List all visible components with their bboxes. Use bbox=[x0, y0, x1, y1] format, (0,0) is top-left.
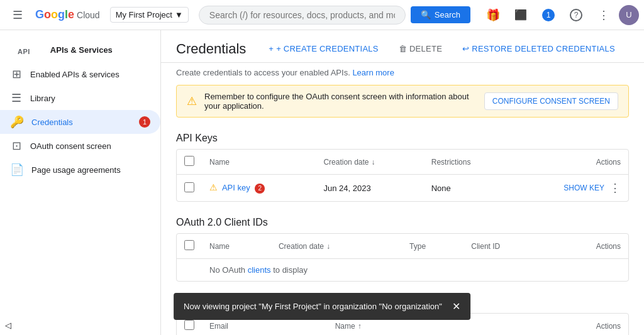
api-keys-section: API Keys Name Cre bbox=[161, 128, 644, 202]
project-selector[interactable]: My First Project ▼ bbox=[110, 7, 189, 23]
avatar[interactable]: U bbox=[619, 5, 639, 25]
sa-select-all-checkbox[interactable] bbox=[184, 320, 194, 330]
sa-col-actions: Actions bbox=[481, 314, 628, 335]
api-keys-col-restrictions: Restrictions bbox=[424, 150, 512, 175]
gift-icon-button[interactable]: 🎁 bbox=[480, 3, 506, 28]
project-name: My First Project bbox=[116, 10, 172, 19]
sidebar-item-label-library: Library bbox=[30, 94, 55, 103]
delete-button[interactable]: 🗑 DELETE bbox=[391, 40, 450, 57]
api-keys-title: API Keys bbox=[161, 128, 644, 149]
logo-cloud-text: Cloud bbox=[77, 10, 100, 20]
delete-icon: 🗑 bbox=[399, 44, 407, 53]
layout: API APIs & Services ⊞ Enabled APIs & ser… bbox=[0, 30, 644, 335]
oauth-no-items-row: No OAuth clients to display bbox=[177, 259, 628, 282]
oauth-clients-header-row: Name Creation date ↓ Type bbox=[177, 234, 628, 259]
oauth-no-items-cell: No OAuth clients to display bbox=[202, 259, 628, 282]
oauth-clients-table-wrap: Name Creation date ↓ Type bbox=[176, 233, 629, 282]
oauth-clients-section: OAuth 2.0 Client IDs Name bbox=[161, 212, 644, 282]
sidebar-item-label-page-usage: Page usage agreements bbox=[31, 165, 121, 175]
sidebar-item-page-usage[interactable]: 📄 Page usage agreements bbox=[0, 158, 160, 182]
oauth-col-client-id: Client ID bbox=[464, 234, 550, 259]
banner-warning-icon: ⚠ bbox=[187, 94, 197, 108]
snackbar: Now viewing project "My First Project" i… bbox=[174, 293, 470, 320]
api-key-actions: SHOW KEY ⋮ bbox=[519, 181, 621, 195]
notification-button[interactable]: 1 bbox=[536, 3, 561, 28]
hamburger-menu-button[interactable]: ☰ bbox=[5, 3, 30, 28]
oauth-select-all-checkbox[interactable] bbox=[184, 240, 194, 250]
sidebar-item-credentials[interactable]: 🔑 Credentials 1 bbox=[0, 110, 160, 134]
collapse-icon: ◁ bbox=[5, 321, 11, 330]
library-icon: ☰ bbox=[10, 91, 23, 105]
search-icon: 🔍 bbox=[421, 10, 431, 19]
info-banner: ⚠ Remember to configure the OAuth consen… bbox=[176, 85, 629, 118]
search-label: Search bbox=[435, 10, 460, 19]
api-keys-col-name: Name bbox=[202, 150, 316, 175]
help-button[interactable]: ? bbox=[564, 3, 589, 28]
api-keys-table: Name Creation date ↓ Restrictions bbox=[177, 150, 628, 201]
api-key-warning-icon: ⚠ bbox=[209, 182, 218, 192]
sidebar-item-label-oauth-consent: OAuth consent screen bbox=[30, 141, 111, 151]
api-key-link[interactable]: API key bbox=[222, 183, 250, 192]
sidebar-section-title: APIs & Services bbox=[40, 40, 123, 60]
api-keys-header-checkbox bbox=[177, 150, 202, 175]
topbar-right: 🎁 ⬛ 1 ? ⋮ U bbox=[480, 3, 639, 28]
search-button[interactable]: 🔍 Search bbox=[411, 6, 470, 23]
oauth-col-name: Name bbox=[202, 234, 271, 259]
snackbar-close-button[interactable]: ✕ bbox=[452, 300, 460, 312]
hamburger-icon: ☰ bbox=[13, 8, 23, 22]
credentials-badge: 1 bbox=[139, 116, 150, 128]
sidebar-item-library[interactable]: ☰ Library bbox=[0, 86, 160, 110]
configure-consent-screen-button[interactable]: CONFIGURE CONSENT SCREEN bbox=[484, 92, 618, 110]
learn-more-link[interactable]: Learn more bbox=[352, 68, 394, 77]
google-cloud-logo[interactable]: Google Cloud bbox=[35, 8, 100, 21]
help-icon: ? bbox=[570, 9, 582, 21]
api-key-more-button[interactable]: ⋮ bbox=[609, 181, 621, 195]
search-input-wrap bbox=[199, 6, 406, 25]
page-title: Credentials bbox=[176, 41, 246, 57]
sidebar-item-label-enabled-apis: Enabled APIs & services bbox=[30, 70, 119, 79]
sidebar-collapse[interactable]: ◁ bbox=[0, 316, 16, 335]
project-dropdown-icon: ▼ bbox=[175, 10, 183, 19]
terminal-icon: ⬛ bbox=[514, 9, 527, 21]
create-credentials-button[interactable]: + + CREATE CREDENTIALS bbox=[261, 40, 386, 57]
header-actions: + + CREATE CREDENTIALS 🗑 DELETE ↩ RESTOR… bbox=[261, 40, 623, 57]
oauth-col-actions: Actions bbox=[550, 234, 628, 259]
creation-date-sort-icon[interactable]: ↓ bbox=[371, 158, 375, 167]
avatar-initial: U bbox=[626, 10, 631, 19]
api-key-creation-date-cell: Jun 24, 2023 bbox=[316, 175, 423, 202]
main-content: Credentials + + CREATE CREDENTIALS 🗑 DEL… bbox=[161, 30, 644, 335]
api-key-restrictions-cell: None bbox=[424, 175, 512, 202]
gift-icon: 🎁 bbox=[486, 8, 500, 22]
search-input[interactable] bbox=[209, 10, 395, 20]
oauth-clients-table: Name Creation date ↓ Type bbox=[177, 234, 628, 281]
desc-main: Create credentials to access your enable… bbox=[176, 68, 350, 77]
more-options-button[interactable]: ⋮ bbox=[591, 3, 616, 28]
terminal-icon-button[interactable]: ⬛ bbox=[508, 3, 533, 28]
sidebar: API APIs & Services ⊞ Enabled APIs & ser… bbox=[0, 30, 161, 335]
oauth-creation-date-sort-icon[interactable]: ↓ bbox=[326, 242, 330, 251]
oauth-header-checkbox-cell bbox=[177, 234, 202, 259]
show-key-button[interactable]: SHOW KEY bbox=[564, 184, 604, 192]
more-icon: ⋮ bbox=[598, 8, 609, 22]
sidebar-item-enabled-apis[interactable]: ⊞ Enabled APIs & services bbox=[0, 62, 160, 86]
sidebar-item-label-credentials: Credentials bbox=[31, 118, 73, 127]
page-usage-icon: 📄 bbox=[10, 163, 24, 177]
api-keys-col-creation-date: Creation date ↓ bbox=[316, 150, 423, 175]
oauth-consent-icon: ⊡ bbox=[10, 139, 23, 153]
content-header: Credentials + + CREATE CREDENTIALS 🗑 DEL… bbox=[161, 30, 644, 63]
delete-label: DELETE bbox=[409, 44, 442, 53]
api-keys-col-actions: Actions bbox=[512, 150, 628, 175]
api-keys-select-all-checkbox[interactable] bbox=[184, 156, 194, 166]
sidebar-api-label: API bbox=[8, 43, 40, 58]
api-key-name-cell: ⚠ API key 2 bbox=[202, 175, 316, 202]
sa-name-sort-icon[interactable]: ↑ bbox=[358, 322, 362, 331]
sidebar-item-oauth-consent[interactable]: ⊡ OAuth consent screen bbox=[0, 134, 160, 158]
notification-badge: 1 bbox=[542, 9, 555, 21]
restore-deleted-button[interactable]: ↩ RESTORE DELETED CREDENTIALS bbox=[455, 40, 623, 57]
logo-google: Google bbox=[35, 8, 74, 21]
api-key-row-checkbox[interactable] bbox=[184, 182, 194, 192]
oauth-col-creation-date: Creation date ↓ bbox=[271, 234, 402, 259]
description-text: Create credentials to access your enable… bbox=[161, 63, 644, 77]
restore-icon: ↩ bbox=[462, 44, 469, 53]
oauth-clients-link[interactable]: clients bbox=[248, 265, 271, 275]
